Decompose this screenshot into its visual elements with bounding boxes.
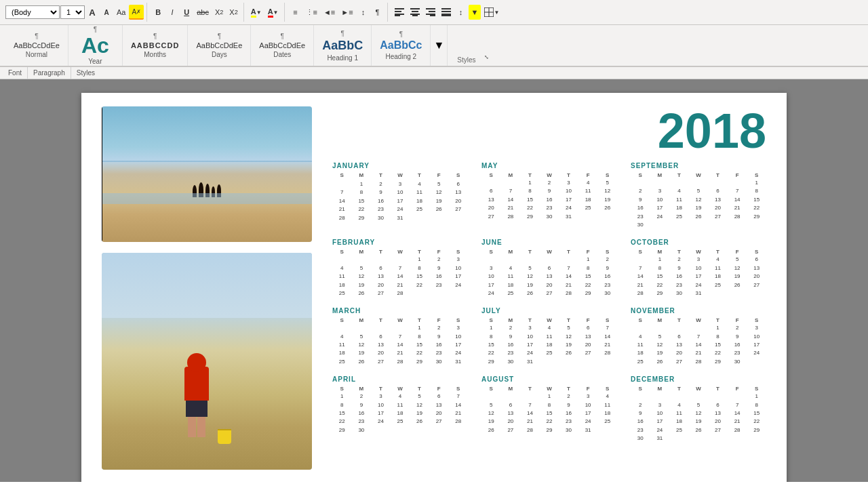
style-heading2[interactable]: ¶ AaBbCc Heading 2: [372, 25, 431, 66]
style-months[interactable]: ¶ AABBCCDD Months: [123, 25, 189, 66]
line-spacing-button[interactable]: ↕: [454, 5, 468, 20]
cal-day: [540, 256, 559, 264]
cal-header-w3: W: [391, 171, 410, 179]
cal-day: 3: [559, 179, 578, 187]
cal-day: 11: [540, 333, 559, 341]
bullets-button[interactable]: ≡: [289, 5, 302, 20]
style-heading1[interactable]: ¶ AaBbC Heading 1: [314, 25, 372, 66]
superscript-button[interactable]: X2: [226, 5, 240, 20]
style-more-button[interactable]: ▼: [431, 25, 448, 66]
cal-header-w3: W: [540, 385, 559, 392]
cal-day: [391, 256, 410, 264]
cal-day: 29: [410, 358, 429, 366]
cal-header-t2: T: [371, 385, 391, 392]
cal-day: 29: [520, 213, 540, 221]
underline-button[interactable]: U: [180, 5, 193, 20]
cal-day: 18: [501, 281, 521, 289]
cal-day: 28: [520, 426, 540, 434]
cal-header-t2: T: [669, 385, 689, 392]
para-icon-dates: ¶: [281, 33, 284, 40]
style-normal[interactable]: ¶ AaBbCcDdEe Normal: [5, 25, 68, 66]
font-name-select[interactable]: (Body: [5, 5, 60, 19]
style-year[interactable]: ¶ Ac Year: [68, 25, 123, 66]
cal-header-m1: M: [352, 317, 372, 324]
cal-day: 21: [332, 205, 352, 214]
style-days[interactable]: ¶ AaBbCcDdEe Days: [188, 25, 251, 66]
show-paragraphs-button[interactable]: ¶: [371, 5, 384, 20]
italic-button[interactable]: I: [165, 5, 179, 20]
increase-indent-button[interactable]: ►≡: [338, 5, 355, 20]
cal-day: 28: [631, 289, 650, 298]
cal-day: 21: [631, 281, 650, 289]
grow-font-button[interactable]: A: [85, 5, 99, 20]
font-color-button[interactable]: A▼: [265, 5, 281, 20]
style-label-months: Months: [144, 51, 166, 58]
paragraph-group: ≡ ⋮≡ ◄≡ ►≡ ↕ ¶: [286, 3, 388, 22]
strikethrough-button[interactable]: abc: [194, 5, 212, 20]
cal-day: 24: [650, 426, 670, 434]
cal-day: 22: [578, 281, 598, 289]
cal-day: 25: [410, 205, 429, 214]
months-grid: JANUARYSMTWTFS12345678910111213141516171…: [332, 162, 766, 443]
month-name: MARCH: [332, 307, 468, 314]
clear-format-button[interactable]: A✗: [129, 5, 144, 20]
cal-day: 11: [669, 196, 689, 204]
style-label-heading1: Heading 1: [327, 54, 358, 62]
svg-rect-13: [441, 11, 451, 12]
cal-day: 17: [650, 418, 670, 426]
change-case-button[interactable]: Aa: [114, 5, 128, 20]
cal-header-t4: T: [410, 385, 429, 392]
svg-rect-8: [426, 8, 435, 9]
style-dates[interactable]: ¶ AaBbCcDdEe Dates: [251, 25, 314, 66]
cal-day: 20: [578, 341, 598, 349]
cal-day: 16: [597, 272, 617, 281]
cal-day: 23: [352, 418, 372, 426]
borders-button[interactable]: ▼: [481, 5, 502, 20]
font-size-select[interactable]: 11: [60, 5, 85, 19]
cal-day: 24: [689, 281, 709, 289]
cal-day: 22: [332, 418, 352, 426]
cal-day: [669, 392, 689, 401]
cal-day: 12: [650, 341, 670, 349]
numbering-button[interactable]: ⋮≡: [303, 5, 320, 20]
cal-day: 23: [501, 349, 521, 357]
bold-button[interactable]: B: [151, 5, 165, 20]
style-preview-heading2: AaBbCc: [380, 39, 422, 52]
align-right-button[interactable]: [423, 5, 438, 20]
cal-header-t2: T: [520, 385, 540, 392]
shading-button[interactable]: ▼: [469, 5, 481, 20]
cal-day: 1: [747, 179, 766, 187]
cal-header-s6: S: [747, 171, 766, 179]
cal-header-t4: T: [708, 385, 728, 392]
text-highlight-button[interactable]: A▼: [248, 5, 264, 20]
sort-button[interactable]: ↕: [357, 5, 370, 20]
cal-day: 3: [391, 180, 410, 188]
styles-expand-button[interactable]: ⤡: [480, 49, 494, 64]
cal-day: 10: [689, 264, 709, 272]
cal-day: 25: [708, 281, 728, 289]
cal-day: 3: [448, 256, 468, 264]
cal-day: 25: [501, 289, 521, 298]
cal-day: 24: [371, 418, 391, 426]
align-left-button[interactable]: [392, 5, 407, 20]
month-august: AUGUSTSMTWTFS123456789101112131415161718…: [481, 375, 617, 443]
svg-rect-11: [430, 15, 435, 16]
shrink-font-button[interactable]: A: [100, 5, 113, 20]
cal-day: 8: [540, 401, 559, 409]
style-preview-dates: AaBbCcDdEe: [259, 41, 305, 49]
cal-day: [597, 358, 617, 366]
cal-day: 1: [540, 392, 559, 401]
justify-button[interactable]: [439, 5, 454, 20]
subscript-button[interactable]: X2: [212, 5, 226, 20]
cal-header-m1: M: [352, 248, 372, 256]
align-center-button[interactable]: [408, 5, 422, 20]
align-group: ↕ ▼ ▼: [389, 3, 505, 22]
cal-day: 4: [332, 333, 352, 341]
cal-grid: SMTWTFS123456789101112131415161718192021…: [481, 385, 617, 434]
cal-day: 11: [332, 341, 352, 349]
cal-day: 14: [597, 333, 617, 341]
cal-header-t2: T: [520, 248, 540, 256]
decrease-indent-button[interactable]: ◄≡: [321, 5, 338, 20]
cal-day: 6: [747, 256, 766, 264]
cal-day: 5: [352, 333, 372, 341]
